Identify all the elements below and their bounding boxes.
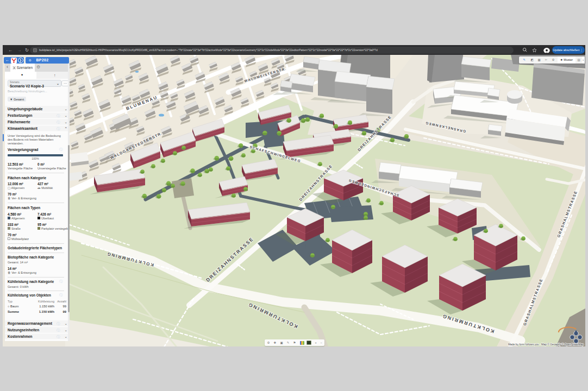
svg-text:Made by form follows you · Map: Made by form follows you · Map © Geoapif… bbox=[508, 343, 584, 346]
